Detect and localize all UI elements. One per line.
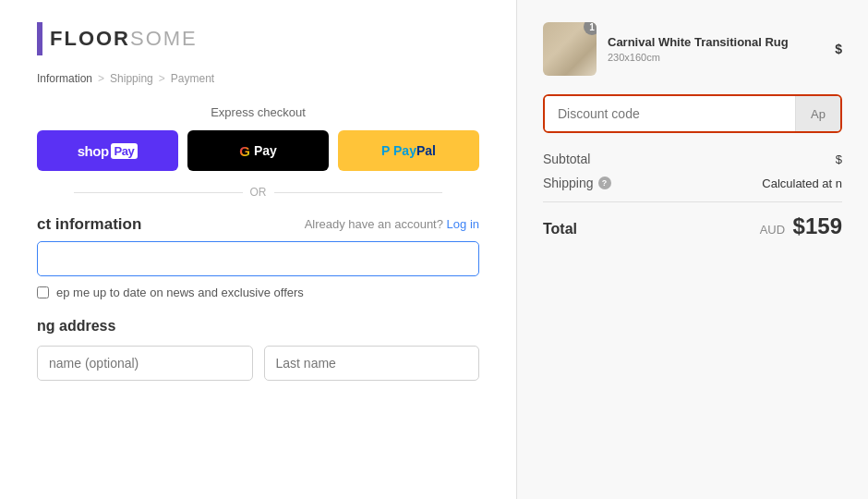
shoppay-button[interactable]: shopPay [37, 130, 178, 171]
discount-apply-button[interactable]: Ap [795, 96, 840, 131]
logo-text: FLOORSOME [50, 27, 198, 51]
paypal-button[interactable]: P PayPal [338, 130, 479, 171]
logo-brand-part2: SOME [130, 27, 198, 50]
discount-section: Ap [543, 94, 842, 133]
breadcrumb-sep2: > [159, 72, 165, 85]
first-name-input[interactable] [37, 346, 253, 381]
breadcrumb-step1: Information [37, 72, 92, 85]
newsletter-label: ep me up to date on news and exclusive o… [56, 286, 304, 299]
subtotal-label: Subtotal [543, 152, 590, 166]
name-row [37, 346, 479, 390]
breadcrumb-step3: Payment [171, 72, 214, 85]
subtotal-row: Subtotal $ [543, 152, 842, 166]
shipping-help-icon[interactable]: ? [598, 176, 611, 189]
shipping-value: Calculated at n [762, 176, 842, 190]
contact-section: ct information Already have an account? … [37, 215, 479, 299]
shoppay-logo: shopPay [78, 143, 138, 159]
total-value-container: AUD $159 [760, 213, 842, 239]
cart-item-info: Carnival White Transitional Rug 230x160c… [608, 35, 824, 64]
shipping-label: Shipping ? [543, 176, 611, 190]
breadcrumb-step2: Shipping [110, 72, 153, 85]
shipping-row: Shipping ? Calculated at n [543, 176, 842, 190]
shipping-section: ng address [37, 318, 479, 390]
total-value: $159 [793, 213, 842, 238]
total-row: Total AUD $159 [543, 213, 842, 239]
cart-item-name: Carnival White Transitional Rug [608, 35, 824, 51]
newsletter-checkbox[interactable] [37, 286, 49, 298]
cart-item-dimensions: 230x160cm [608, 52, 824, 63]
express-buttons: shopPay G Pay P PayPal [37, 130, 479, 171]
cart-item-price: $ [835, 42, 842, 56]
total-currency: AUD [760, 223, 785, 237]
subtotal-value: $ [836, 152, 842, 166]
total-label: Total [543, 221, 577, 237]
or-divider: OR [37, 186, 479, 199]
shipping-title: ng address [37, 318, 479, 335]
discount-code-input[interactable] [545, 96, 795, 131]
cart-item: 1 Carnival White Transitional Rug 230x16… [543, 22, 842, 76]
last-name-input[interactable] [264, 346, 480, 381]
cart-thumbnail: 1 [543, 22, 597, 76]
logo-brand-part1: FLOOR [50, 27, 130, 50]
express-checkout-label: Express checkout [37, 105, 479, 119]
logo-container: FLOORSOME [37, 22, 479, 55]
left-panel: FLOORSOME Information > Shipping > Payme… [0, 0, 517, 499]
gpay-button[interactable]: G Pay [187, 130, 329, 171]
login-link[interactable]: Log in [447, 217, 479, 231]
logo-bar [37, 22, 42, 55]
summary-divider [543, 201, 842, 202]
email-input[interactable] [37, 241, 479, 276]
breadcrumb: Information > Shipping > Payment [37, 72, 479, 85]
account-hint: Already have an account? Log in [305, 217, 479, 231]
breadcrumb-sep1: > [98, 72, 104, 85]
newsletter-row: ep me up to date on news and exclusive o… [37, 286, 479, 299]
right-panel: 1 Carnival White Transitional Rug 230x16… [517, 0, 868, 499]
